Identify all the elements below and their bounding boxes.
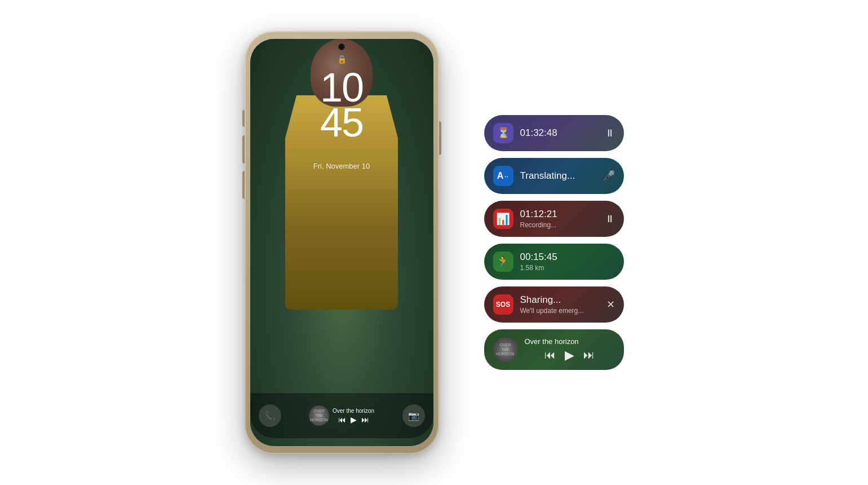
record-content: 01:12:21 Recording... — [520, 209, 598, 228]
record-time: 01:12:21 — [520, 209, 598, 220]
music-pill[interactable]: OVERTHEHORIZON Over the horizon ⏮ ▶ ⏭ — [484, 329, 624, 370]
music-controls: ⏮ ▶ ⏭ — [525, 348, 615, 363]
volume-up-button[interactable] — [242, 135, 245, 164]
fitness-pill[interactable]: 🏃 00:15:45 1.58 km — [484, 244, 624, 280]
phone-album-art: OVERTHEHORIZON — [309, 405, 329, 426]
timer-icon: ⏳ — [493, 123, 513, 143]
phone-music-widget: OVERTHEHORIZON Over the horizon ⏮ ▶ ⏭ — [281, 405, 402, 426]
mute-button[interactable] — [242, 110, 245, 127]
record-sub: Recording... — [520, 221, 598, 229]
translate-text: Translating... — [520, 170, 596, 182]
fitness-content: 00:15:45 1.58 km — [520, 252, 615, 271]
volume-down-button[interactable] — [242, 171, 245, 199]
phone-screen: 🔒 10 45 Fri, November 10 📞 OVERTHEHORIZO… — [250, 39, 433, 446]
main-container: 🔒 10 45 Fri, November 10 📞 OVERTHEHORIZO… — [233, 20, 635, 465]
fitness-time: 00:15:45 — [520, 252, 615, 263]
phone-play-button[interactable]: ▶ — [351, 415, 357, 424]
phone-call-button[interactable]: 📞 — [259, 404, 281, 427]
phone-music-btns: ⏮ ▶ ⏭ — [338, 415, 369, 424]
phone-date: Fri, November 10 — [313, 162, 370, 170]
sos-pill[interactable]: SOS Sharing... We'll update emerg... ✕ — [484, 286, 624, 323]
music-play-button[interactable]: ▶ — [565, 348, 574, 363]
timer-pause-button[interactable]: ⏸ — [605, 127, 615, 139]
sos-close-button[interactable]: ✕ — [606, 298, 615, 311]
music-prev-button[interactable]: ⏮ — [544, 349, 556, 361]
lock-icon: 🔒 — [337, 55, 347, 64]
power-button[interactable] — [439, 121, 441, 155]
phone-prev-button[interactable]: ⏮ — [338, 415, 346, 424]
translate-pill[interactable]: A↔ Translating... 🎤 — [484, 158, 624, 194]
phone-bottom-bar: 📞 OVERTHEHORIZON Over the horizon ⏮ ▶ ⏭ — [250, 393, 433, 438]
record-pill[interactable]: 📊 01:12:21 Recording... ⏸ — [484, 201, 624, 237]
sos-icon: SOS — [493, 294, 513, 315]
timer-time: 01:32:48 — [520, 127, 598, 139]
front-camera-icon — [338, 43, 345, 50]
music-content: Over the horizon ⏮ ▶ ⏭ — [525, 337, 615, 363]
sos-content: Sharing... We'll update emerg... — [520, 294, 600, 314]
phone-time: 10 45 — [320, 67, 363, 143]
record-icon: 📊 — [493, 209, 513, 229]
sos-title: Sharing... — [520, 294, 600, 306]
pills-container: ⏳ 01:32:48 ⏸ A↔ Translating... 🎤 📊 01:12… — [484, 115, 624, 370]
phone-music-controls: Over the horizon ⏮ ▶ ⏭ — [333, 408, 374, 424]
sos-sub: We'll update emerg... — [520, 307, 600, 315]
phone-next-button[interactable]: ⏭ — [361, 415, 369, 424]
music-album-art: OVERTHEHORIZON — [493, 337, 518, 362]
fitness-icon: 🏃 — [493, 252, 513, 272]
timer-pill[interactable]: ⏳ 01:32:48 ⏸ — [484, 115, 624, 151]
phone-camera-button[interactable]: 📷 — [402, 404, 425, 427]
translate-content: Translating... — [520, 170, 596, 182]
translate-icon: A↔ — [493, 166, 513, 186]
phone-wrapper: 🔒 10 45 Fri, November 10 📞 OVERTHEHORIZO… — [245, 31, 439, 454]
phone-body: 🔒 10 45 Fri, November 10 📞 OVERTHEHORIZO… — [245, 31, 439, 454]
time-min: 45 — [320, 102, 363, 143]
fitness-distance: 1.58 km — [520, 264, 615, 272]
music-next-button[interactable]: ⏭ — [583, 349, 595, 361]
timer-content: 01:32:48 — [520, 127, 598, 139]
record-pause-button[interactable]: ⏸ — [605, 213, 615, 225]
translate-mic-button[interactable]: 🎤 — [603, 170, 615, 182]
music-title: Over the horizon — [525, 337, 615, 346]
phone-music-title: Over the horizon — [333, 408, 374, 414]
